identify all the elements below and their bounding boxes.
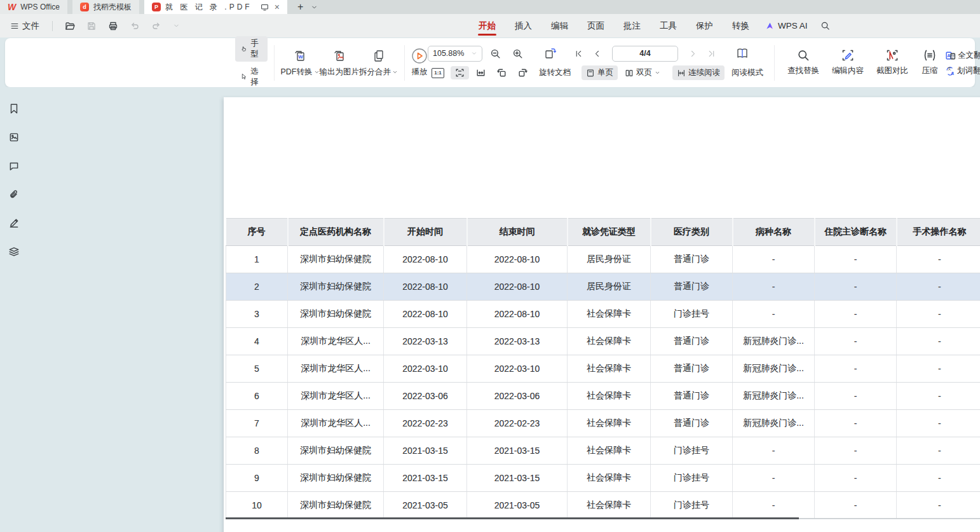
table-cell: 2022-03-13	[467, 328, 568, 355]
table-cell: 社会保障卡	[568, 492, 651, 519]
menu-tab-tools[interactable]: 工具	[650, 14, 686, 38]
wps-ai-button[interactable]: WPS AI	[759, 21, 814, 31]
edit-content-button[interactable]	[826, 49, 870, 62]
continuous-read-icon	[677, 69, 686, 78]
zoom-level-select[interactable]: 105.88%	[428, 46, 482, 62]
table-cell: 普通门诊	[651, 383, 733, 410]
ribbon-search-icon[interactable]	[814, 21, 836, 31]
document-page[interactable]: 序号定点医药机构名称开始时间结束时间就诊凭证类型医疗类别病种名称住院主诊断名称手…	[224, 97, 980, 532]
menu-tab-home[interactable]: 开始	[469, 14, 505, 38]
double-page-button[interactable]: 双页	[620, 65, 665, 80]
rotate-document-label[interactable]: 旋转文档	[534, 65, 575, 80]
close-tab-icon[interactable]: ×	[275, 2, 280, 12]
compress-label[interactable]: 压缩	[922, 65, 938, 76]
compress-icon	[923, 49, 936, 62]
table-cell: -	[815, 383, 897, 410]
bookmark-icon[interactable]	[6, 101, 22, 116]
table-row: 1深圳市妇幼保健院2022-08-102022-08-10居民身份证普通门诊--…	[226, 246, 980, 273]
page-number-input[interactable]: 4/4	[612, 46, 678, 62]
table-cell: 2022-08-10	[384, 273, 467, 301]
table-cell: 深圳市妇幼保健院	[288, 246, 384, 273]
play-button[interactable]: 播放	[411, 48, 428, 78]
read-mode-icon-button[interactable]	[732, 46, 753, 61]
hand-icon	[241, 44, 247, 53]
compress-button[interactable]	[915, 49, 945, 62]
tab-docer-templates[interactable]: d 找稻壳模板	[72, 0, 139, 14]
continuous-read-button[interactable]: 连续阅读	[672, 65, 725, 80]
zoom-out-button[interactable]	[486, 47, 505, 60]
print-button[interactable]	[105, 19, 121, 33]
file-menu-button[interactable]: 文件	[6, 18, 43, 34]
screenshot-compare-button[interactable]	[870, 49, 915, 62]
find-replace-label[interactable]: 查找替换	[787, 65, 819, 76]
screenshot-compare-label[interactable]: 截图对比	[876, 65, 908, 76]
table-cell: -	[733, 273, 815, 301]
table-cell: -	[897, 492, 980, 519]
previous-page-button[interactable]	[590, 50, 604, 58]
select-tool-button[interactable]: 选择	[235, 64, 268, 90]
fit-width-icon	[475, 67, 486, 78]
table-cell: 2022-08-10	[384, 246, 467, 273]
tab-list-chevron-icon[interactable]	[308, 0, 320, 14]
hand-tool-button[interactable]: 手型	[235, 36, 268, 62]
find-replace-button[interactable]	[781, 49, 826, 62]
layers-icon[interactable]	[6, 244, 22, 259]
menu-tab-protect[interactable]: 保护	[686, 14, 723, 38]
last-page-button[interactable]	[704, 50, 719, 58]
attachments-icon[interactable]	[6, 187, 22, 202]
table-cell: 深圳市妇幼保健院	[288, 301, 384, 328]
table-cell: 2022-03-10	[384, 355, 467, 383]
tools-cluster: A 字 全文翻译 查找替换 编辑内容 截图对比 压缩 文 A	[781, 49, 980, 76]
signature-icon[interactable]	[6, 215, 22, 231]
divider	[52, 21, 53, 31]
word-translate-button[interactable]: 文 A 划词翻译	[945, 65, 980, 76]
thumbnails-icon[interactable]	[6, 130, 22, 145]
undo-button[interactable]	[126, 19, 143, 33]
tab-wps-office[interactable]: W WPS Office	[0, 0, 67, 14]
chevron-down-icon	[314, 69, 320, 75]
medical-records-table: 序号定点医药机构名称开始时间结束时间就诊凭证类型医疗类别病种名称住院主诊断名称手…	[226, 218, 980, 519]
screen-share-icon[interactable]	[261, 3, 269, 11]
fit-width-button[interactable]	[472, 66, 490, 79]
rotate-left-button[interactable]	[493, 66, 511, 79]
table-cell: 2021-03-05	[467, 492, 568, 519]
column-header: 手术操作名称	[897, 219, 980, 246]
comments-icon[interactable]	[6, 158, 22, 174]
first-page-button[interactable]	[571, 50, 586, 58]
menu-bar: 文件 开始 插入 编辑 页面 批注 工具 保护 转换	[0, 14, 980, 38]
full-text-translate-button[interactable]: A 字 全文翻译	[945, 50, 980, 61]
table-cell: -	[815, 328, 897, 355]
actual-size-button[interactable]: 1:1	[428, 67, 448, 79]
next-page-button[interactable]	[686, 50, 700, 58]
export-image-button[interactable]: 输出为图片	[320, 48, 360, 78]
rotate-right-button[interactable]	[514, 66, 532, 79]
single-page-icon	[586, 69, 595, 78]
column-header: 就诊凭证类型	[568, 219, 651, 246]
pdf-file-icon: P	[152, 3, 161, 11]
wps-logo-icon: W	[8, 3, 16, 11]
rotate-document-icon-button[interactable]	[540, 45, 561, 62]
single-page-button[interactable]: 单页	[582, 65, 618, 80]
menu-tab-insert[interactable]: 插入	[505, 14, 541, 38]
fit-page-button[interactable]	[451, 66, 469, 79]
table-cell: 2	[226, 273, 288, 301]
menu-tab-edit[interactable]: 编辑	[541, 14, 578, 38]
table-cell: 2022-03-06	[384, 383, 467, 410]
new-tab-button[interactable]: +	[292, 0, 308, 14]
zoom-in-button[interactable]	[508, 47, 527, 60]
quickbar-chevron-icon[interactable]	[170, 20, 183, 31]
tab-document-pdf[interactable]: P 就 医 记 录 .PDF ×	[144, 0, 287, 14]
menu-tab-page[interactable]: 页面	[578, 14, 614, 38]
redo-button[interactable]	[148, 19, 165, 33]
pdf-convert-button[interactable]: W PDF转换	[281, 48, 320, 78]
save-button[interactable]	[83, 19, 100, 33]
menu-tab-convert[interactable]: 转换	[723, 14, 759, 38]
read-mode-label[interactable]: 阅读模式	[727, 65, 768, 80]
menu-tab-comment[interactable]: 批注	[614, 14, 650, 38]
edit-content-label[interactable]: 编辑内容	[832, 65, 864, 76]
table-cell: 门诊挂号	[651, 492, 733, 519]
open-file-button[interactable]	[62, 19, 78, 33]
split-merge-button[interactable]: 拆分合并	[359, 48, 398, 78]
table-row: 8深圳市妇幼保健院2021-03-152021-03-15社会保障卡门诊挂号--…	[226, 437, 980, 465]
table-cell: -	[815, 465, 897, 492]
